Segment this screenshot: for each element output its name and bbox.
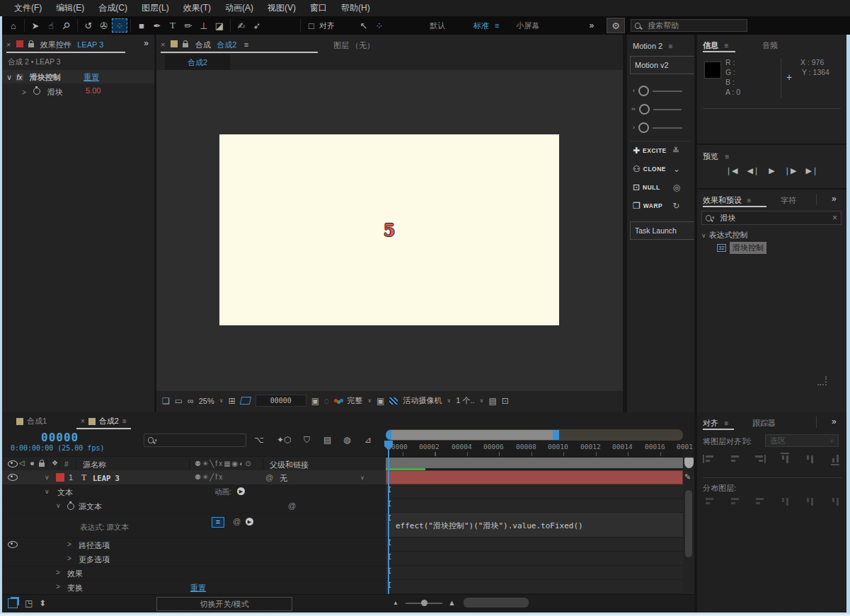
transform-reset-link[interactable]: 重置 [190, 583, 206, 593]
viewer-comp-tab[interactable]: 合成2 [165, 54, 230, 70]
expression-editor[interactable]: I effect("滑块控制")("滑块").value.toFixed() [386, 513, 683, 537]
task-launch-box[interactable]: Task Launch [630, 221, 694, 240]
null-tool-row[interactable]: ⊡ NULL ◎ [633, 183, 680, 192]
layer-duration-bar[interactable] [386, 470, 683, 484]
menu-effect[interactable]: 效果(T) [176, 2, 218, 14]
excite-apply-icon[interactable]: ≚ [672, 146, 679, 155]
pixel-aspect-icon[interactable]: ▤ [488, 397, 496, 405]
panel-resize-grip[interactable] [817, 376, 827, 385]
zoom-in-mountain-icon[interactable]: ▲ [448, 599, 456, 607]
layer-expand-icon[interactable]: ∨ [45, 474, 50, 481]
region-of-interest-icon[interactable] [239, 397, 251, 405]
timeline-search-input[interactable] [157, 436, 242, 446]
panel-menu-icon[interactable]: ≡ [724, 42, 728, 50]
animate-menu-icon[interactable]: ▶ [237, 487, 245, 495]
grid-guides-icon[interactable]: ⊞ [229, 397, 236, 405]
selection-tool-icon[interactable]: ➤ [28, 18, 43, 33]
slider-row-2[interactable]: ›‹ [631, 104, 682, 115]
preview-tab[interactable]: 预览 ≡ [703, 149, 729, 162]
distribute-top-button[interactable] [703, 497, 716, 506]
brush-tool-icon[interactable]: ✏ [180, 18, 196, 33]
view-layout-caret-icon[interactable]: ∨ [480, 397, 484, 404]
presets-search-box[interactable]: ▾ × [701, 211, 842, 225]
camera-caret-icon[interactable]: ∨ [447, 397, 451, 404]
expression-row[interactable]: 表达式: 源文本 = @ ▶ [2, 513, 386, 538]
motion2-tab[interactable]: Motion 2 ≡ [633, 39, 673, 52]
menu-composition[interactable]: 合成(C) [91, 2, 134, 14]
next-frame-icon[interactable]: ❘▶ [784, 166, 797, 175]
more-options-row[interactable]: > 更多选项 [2, 552, 386, 566]
expression-graph-icon[interactable]: ▶ [246, 518, 253, 525]
parent-link-column[interactable]: 父级和链接 [270, 460, 309, 470]
expression-code[interactable]: effect("滑块控制")("滑块").value.toFixed() [396, 521, 583, 531]
parent-caret-icon[interactable]: ∨ [360, 475, 364, 481]
zoom-scroll-thumb[interactable] [391, 430, 553, 440]
distribute-center-v-button[interactable] [728, 497, 741, 506]
magnification-select[interactable]: 25% [199, 397, 214, 405]
menu-animation[interactable]: 动画(A) [218, 2, 260, 14]
timeline-tab-comp1[interactable]: 合成1 [16, 416, 47, 426]
panel-menu-icon[interactable]: ≡ [669, 42, 673, 50]
align-center-h-button[interactable] [728, 455, 741, 463]
align-center-v-button[interactable] [805, 453, 814, 465]
effects-group-row[interactable]: > 效果 [2, 566, 386, 581]
expand-inout-pane-icon[interactable]: ⬍ [39, 599, 46, 608]
expand-icon[interactable]: ∨ [45, 488, 50, 495]
param-value[interactable]: 5.00 [86, 86, 100, 95]
expand-icon[interactable]: > [56, 569, 60, 576]
source-text-row[interactable]: ∨ 源文本 @ [2, 499, 386, 513]
expression-pickwhip-icon[interactable]: @ [233, 517, 241, 525]
exposure-graph-icon[interactable]: ⊡ [502, 397, 509, 405]
frame-blending-icon[interactable]: ▤ [323, 436, 331, 444]
expand-icon[interactable]: > [22, 88, 26, 96]
work-area-bar[interactable] [386, 458, 683, 468]
panel-menu-icon[interactable]: ≡ [122, 417, 127, 425]
pickwhip-icon[interactable]: @ [288, 501, 296, 510]
resolution-select[interactable]: 完整 [347, 395, 362, 406]
slider-track[interactable] [653, 127, 682, 129]
excite-tool-row[interactable]: ✚ EXCITE ≚ [633, 146, 679, 155]
slider-knob[interactable] [638, 86, 649, 96]
resolution-caret-icon[interactable]: ∨ [367, 397, 372, 404]
expand-icon[interactable]: > [67, 554, 71, 562]
slider-param-row[interactable]: > 滑块 5.00 [2, 85, 154, 98]
menu-file[interactable]: 文件(F) [7, 2, 49, 14]
panel-overflow-icon[interactable]: » [144, 39, 149, 47]
parent-pickwhip-icon[interactable]: @ [265, 473, 273, 482]
last-frame-icon[interactable]: ▶❘ [805, 166, 818, 175]
lock-icon[interactable] [183, 43, 188, 47]
lock-icon[interactable] [28, 43, 34, 47]
panel-overflow-icon[interactable]: » [832, 417, 837, 426]
mask-visibility-icon[interactable]: ⁘ [372, 18, 387, 33]
close-icon[interactable]: × [161, 40, 165, 49]
reset-link[interactable]: 重置 [84, 73, 99, 81]
clone-apply-icon[interactable]: ⌄ [673, 165, 680, 173]
motion-version-box[interactable]: Motion v2 [630, 56, 694, 74]
workspace-small-screen[interactable]: 小屏幕 [516, 21, 539, 31]
draft3d-icon[interactable]: ✦⬡ [277, 436, 292, 444]
zoom-handle-right[interactable] [553, 430, 559, 440]
type-tool-icon[interactable]: T [165, 18, 180, 33]
align-tab[interactable]: 对齐 ≡ [703, 416, 734, 430]
primary-viewer-icon[interactable]: ▭ [175, 397, 183, 405]
menu-help[interactable]: 帮助(H) [334, 2, 377, 14]
prev-frame-icon[interactable]: ◀❘ [747, 166, 760, 175]
layer-panel-tab[interactable]: 图层 （无） [333, 40, 374, 51]
slider-row-3[interactable]: › [633, 122, 682, 133]
info-tab[interactable]: 信息 ≡ [703, 38, 735, 52]
effect-row[interactable]: ∨ fx 滑块控制 重置 [2, 70, 154, 83]
zoom-handle-left[interactable] [386, 430, 391, 440]
play-icon[interactable]: ▶ [769, 166, 774, 175]
timeline-vertical-scrollbar[interactable] [685, 490, 692, 557]
toggle-switches-modes-button[interactable]: 切换开关/模式 [156, 597, 292, 611]
distribute-right-button[interactable] [831, 495, 839, 508]
align-top-button[interactable] [781, 453, 789, 465]
expand-layer-switches-icon[interactable] [8, 598, 18, 608]
clear-search-icon[interactable]: × [832, 213, 837, 223]
view-layout-select[interactable]: 1 个.. [456, 395, 474, 406]
pan-behind-tool-icon[interactable]: ⁘ [112, 18, 127, 33]
timeline-tab-comp2[interactable]: × 合成2 ≡ [76, 414, 131, 429]
effects-presets-tab[interactable]: 效果和预设 ≡ [703, 193, 766, 207]
graph-editor-icon[interactable]: ⊿ [364, 436, 372, 444]
slider-knob[interactable] [639, 104, 650, 115]
